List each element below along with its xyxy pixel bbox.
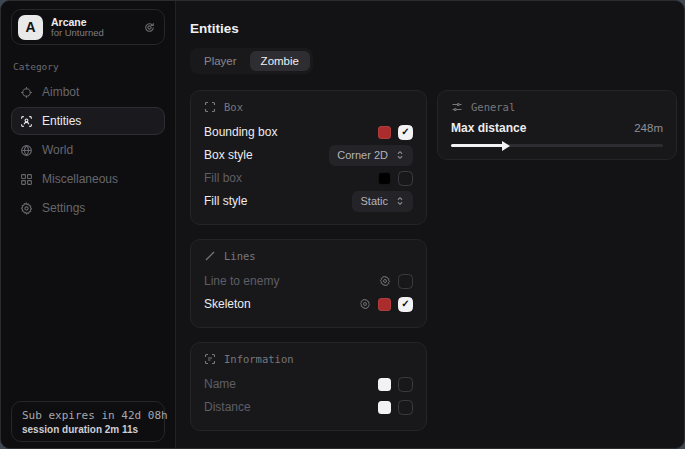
dropdown-value: Static	[360, 195, 388, 207]
setting-label: Distance	[204, 400, 251, 414]
setting-row-fill-box: Fill box	[204, 167, 413, 189]
setting-label: Line to enemy	[204, 274, 279, 288]
brand-card[interactable]: A Arcane for Unturned	[11, 9, 165, 45]
setting-row-fill-style: Fill style Static	[204, 190, 413, 212]
sidebar-item-label: Aimbot	[42, 85, 79, 99]
sidebar-nav: Aimbot Entities World	[11, 78, 165, 222]
sidebar-item-label: Settings	[42, 201, 85, 215]
fill-style-dropdown[interactable]: Static	[352, 191, 413, 212]
setting-row-distance: Distance	[204, 396, 413, 418]
panel-general-header: General	[451, 101, 663, 113]
sidebar-item-aimbot[interactable]: Aimbot	[11, 78, 165, 106]
chevron-up-down-icon	[395, 196, 405, 206]
checkbox[interactable]	[398, 297, 413, 312]
panel-general: General Max distance 248m	[437, 90, 677, 160]
box-style-dropdown[interactable]: Corner 2D	[329, 145, 413, 166]
sidebar-item-world[interactable]: World	[11, 136, 165, 164]
gear-icon[interactable]	[359, 298, 371, 310]
slider-fill	[451, 144, 504, 147]
panel-lines: Lines Line to enemy	[190, 239, 427, 328]
color-swatch[interactable]	[378, 378, 391, 391]
checkbox[interactable]	[398, 377, 413, 392]
scan-person-icon	[20, 115, 33, 128]
color-swatch[interactable]	[378, 172, 391, 185]
panel-information-header: Information	[204, 353, 413, 365]
sidebar-item-settings[interactable]: Settings	[11, 194, 165, 222]
subscription-card: Sub expires in 42d 08h session duration …	[11, 401, 165, 442]
brand-text: Arcane for Unturned	[51, 16, 135, 39]
setting-row-box-style: Box style Corner 2D	[204, 144, 413, 166]
panel-title: Box	[224, 101, 243, 113]
panel-box: Box Bounding box Box style Cor	[190, 90, 427, 225]
brand-name: Arcane	[51, 16, 135, 28]
main-content: Entities Player Zombie Box	[176, 1, 685, 448]
setting-label: Skeleton	[204, 297, 251, 311]
tab-player[interactable]: Player	[193, 51, 248, 71]
setting-label: Bounding box	[204, 125, 277, 139]
slider-value: 248m	[634, 122, 663, 134]
gear-icon	[20, 202, 33, 215]
left-column: Box Bounding box Box style Cor	[190, 90, 427, 431]
category-label: Category	[13, 61, 163, 72]
sidebar-item-miscellaneous[interactable]: Miscellaneous	[11, 165, 165, 193]
globe-icon	[20, 144, 33, 157]
dropdown-value: Corner 2D	[337, 149, 388, 161]
max-distance-setting: Max distance 248m	[451, 121, 663, 147]
sidebar-item-entities[interactable]: Entities	[11, 107, 165, 135]
sliders-icon	[451, 101, 463, 113]
checkbox[interactable]	[398, 274, 413, 289]
setting-row-line-to-enemy: Line to enemy	[204, 270, 413, 292]
sidebar-item-label: Entities	[42, 114, 81, 128]
gear-icon[interactable]	[379, 275, 391, 287]
color-swatch[interactable]	[378, 401, 391, 414]
sidebar: A Arcane for Unturned Category A	[1, 1, 176, 448]
panel-information: Information Name Distance	[190, 342, 427, 431]
sync-icon[interactable]	[143, 21, 156, 34]
setting-row-bounding-box: Bounding box	[204, 121, 413, 143]
brand-subtitle: for Unturned	[51, 28, 135, 39]
color-swatch[interactable]	[378, 126, 391, 139]
panel-lines-header: Lines	[204, 250, 413, 262]
page-title: Entities	[190, 21, 677, 36]
diagonal-line-icon	[204, 250, 216, 262]
setting-row-name: Name	[204, 373, 413, 395]
setting-label: Fill box	[204, 171, 242, 185]
setting-label: Name	[204, 377, 236, 391]
sidebar-item-label: World	[42, 143, 73, 157]
grid-icon	[20, 173, 33, 186]
brand-logo: A	[18, 15, 43, 40]
scan-text-icon	[204, 353, 216, 365]
checkbox[interactable]	[398, 400, 413, 415]
panels-area: Box Bounding box Box style Cor	[190, 90, 677, 431]
crosshair-icon	[20, 86, 33, 99]
checkbox[interactable]	[398, 171, 413, 186]
tab-zombie[interactable]: Zombie	[250, 51, 310, 71]
tab-group: Player Zombie	[190, 48, 313, 74]
chevron-up-down-icon	[395, 150, 405, 160]
setting-label: Box style	[204, 148, 253, 162]
app-window: A Arcane for Unturned Category A	[0, 0, 685, 449]
panel-box-header: Box	[204, 101, 413, 113]
panel-title: Lines	[224, 250, 256, 262]
color-swatch[interactable]	[378, 298, 391, 311]
setting-label: Fill style	[204, 194, 247, 208]
sidebar-item-label: Miscellaneous	[42, 172, 118, 186]
session-duration-text: session duration 2m 11s	[22, 424, 154, 435]
right-column: General Max distance 248m	[437, 90, 677, 160]
panel-title: General	[471, 101, 515, 113]
slider-label: Max distance	[451, 121, 526, 135]
sub-expires-text: Sub expires in 42d 08h	[22, 409, 154, 422]
max-distance-slider[interactable]	[451, 144, 663, 147]
panel-title: Information	[224, 353, 294, 365]
setting-row-skeleton: Skeleton	[204, 293, 413, 315]
slider-thumb[interactable]	[502, 141, 510, 151]
corners-icon	[204, 101, 216, 113]
checkbox[interactable]	[398, 125, 413, 140]
